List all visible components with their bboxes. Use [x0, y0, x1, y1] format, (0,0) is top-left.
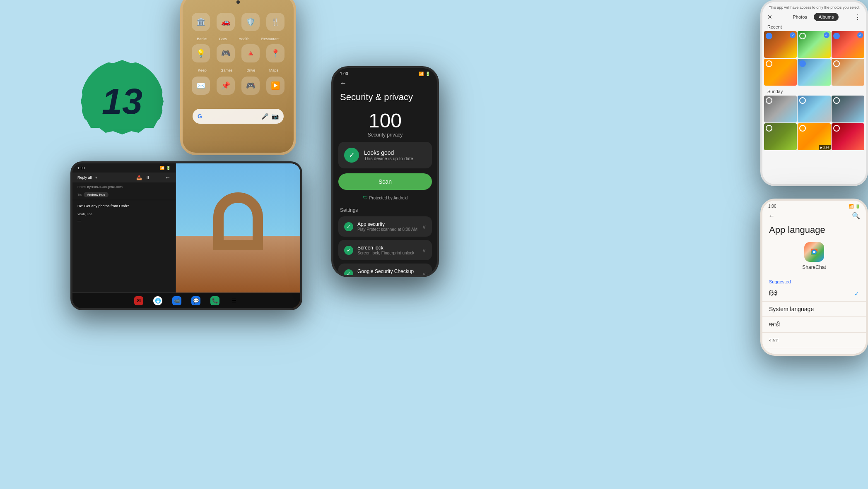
photo-thumb-3[interactable]: ✓ [832, 31, 864, 58]
lang-item-marathi[interactable]: मराठी [762, 317, 866, 333]
screen-lock-item[interactable]: ✓ Screen lock Screen lock, Fingerprint u… [338, 240, 432, 260]
looks-good-info: Looks good This device is up to date [364, 149, 413, 161]
photos-grid-sunday [762, 96, 866, 122]
google-security-item[interactable]: ✓ Google Security Checkup Your account i… [338, 264, 432, 277]
app-icon-pin[interactable]: 📌 [217, 77, 235, 95]
photo-thumb-6[interactable] [832, 59, 864, 86]
app-row-2: 💡 🎮 🔺 📍 [192, 44, 285, 62]
app-label-drive2: Drive [246, 68, 255, 72]
mic-icon[interactable]: 🎤 [261, 113, 268, 120]
sharechat-label: ShareChat [802, 264, 826, 270]
sec-title: Security & privacy [333, 89, 437, 109]
chrome-app-icon[interactable]: 🌐 [153, 296, 162, 305]
lang-item-bangla[interactable]: বাংলা [762, 333, 866, 348]
email-body: Re: Got any photos from Utah? Yeah, I do… [72, 200, 176, 227]
security-score-label: Security privacy [333, 132, 437, 138]
app-icon-food[interactable]: 🍴 [266, 13, 285, 31]
photo-select-11[interactable] [799, 125, 806, 132]
gmail-app-icon[interactable]: ✉ [134, 296, 143, 305]
lens-icon[interactable]: 📷 [272, 113, 279, 120]
pause-icon[interactable]: ⏸ [145, 175, 150, 180]
app-icon-game[interactable]: 🎮 [217, 44, 235, 62]
photo-thumb-11[interactable]: ▶ 2:34 [798, 123, 830, 150]
photo-select-10[interactable] [766, 125, 772, 132]
sec-back-button[interactable]: ← [333, 78, 437, 89]
photo-select-8[interactable] [799, 97, 806, 104]
email-subject: Re: Got any photos from Utah? [77, 204, 171, 209]
app-icon-gmail[interactable]: ✉️ [192, 77, 210, 95]
camera-dot [236, 0, 240, 4]
app-icon-car[interactable]: 🚗 [217, 13, 235, 31]
phone1-frame: 🏛️ 🚗 🛡️ 🍴 Banks Cars Health Restaurant 💡… [180, 0, 296, 155]
photo-thumb-10[interactable] [764, 123, 797, 150]
photos-more-icon[interactable]: ⋮ [854, 13, 861, 21]
photo-select-5[interactable] [799, 60, 806, 67]
suggested-label: Suggested [762, 278, 866, 286]
app-label-games: Games [221, 68, 233, 72]
reply-all-label[interactable]: Reply all [77, 175, 92, 180]
photos-grid-4: ▶ 2:34 [762, 123, 866, 150]
select-check-3: ✓ [857, 32, 863, 38]
photo-thumb-4[interactable] [764, 59, 797, 86]
photo-thumb-12[interactable] [832, 123, 864, 150]
security-screen: 1:00 📶 🔋 ← Security & privacy 100 Securi… [333, 68, 437, 275]
app-icon-maps[interactable]: 📍 [266, 44, 285, 62]
photo-select-2[interactable] [799, 33, 806, 39]
sunday-label: Sunday [762, 87, 866, 96]
back-icon-tablet[interactable]: ← [165, 174, 171, 181]
app-icon-youtube[interactable]: ▶️ [266, 77, 285, 95]
tab-photos[interactable]: Photos [788, 13, 812, 21]
tablet-photo-panel [176, 163, 300, 308]
nav-handle: ☰ [229, 296, 239, 305]
lang-back-icon[interactable]: ← [768, 212, 775, 220]
select-check-1: ✓ [790, 32, 796, 38]
photo-select-12[interactable] [833, 125, 840, 132]
scan-button[interactable]: Scan [338, 173, 432, 190]
app-row-1: 🏛️ 🚗 🛡️ 🍴 [192, 13, 285, 31]
protected-text: 🛡 Protected by Android [333, 193, 437, 206]
lang-item-system[interactable]: System language [762, 302, 866, 317]
photo-thumb-9[interactable] [832, 96, 864, 122]
lang-search-icon[interactable]: 🔍 [852, 212, 860, 220]
email-signature: — [77, 218, 171, 223]
battery-icon: 🔋 [166, 166, 171, 170]
foldable-tablet: 1:00 📶 🔋 Reply all ▾ 📥 ⏸ ← From: try.tri… [70, 161, 302, 310]
photo-thumb-5[interactable] [798, 59, 830, 86]
app-security-item[interactable]: ✓ App security Play Protect scanned at 8… [338, 216, 432, 237]
photo-select-6[interactable] [833, 60, 840, 67]
photo-thumb-7[interactable] [764, 96, 797, 122]
photos-close-icon[interactable]: ✕ [767, 14, 772, 20]
photo-select-9[interactable] [833, 97, 840, 104]
photo-thumb-8[interactable] [798, 96, 830, 122]
lang-item-hindi[interactable]: हिंदी ✓ [762, 286, 866, 302]
photo-thumb-1[interactable]: ✓ [764, 31, 797, 58]
up-to-date-text: This device is up to date [364, 156, 413, 161]
app-icon-bulb[interactable]: 💡 [192, 44, 210, 62]
app-icon-drive[interactable]: 🔺 [241, 44, 260, 62]
android13-number: 13 [102, 83, 142, 120]
app-label-health: Health [239, 37, 249, 41]
app-icon-bank[interactable]: 🏛️ [192, 13, 210, 31]
google-security-icon: ✓ [344, 269, 353, 278]
photo-thumb-2[interactable]: ✓ [798, 31, 830, 58]
lang-toolbar: ← 🔍 [762, 210, 866, 221]
security-score-area: 100 Security privacy [333, 109, 437, 138]
photo-select-1[interactable] [766, 33, 772, 39]
app-icon-emoji[interactable]: 🎮 [241, 77, 260, 95]
photo-select-3[interactable] [833, 33, 840, 39]
app-security-icon: ✓ [344, 222, 353, 231]
meet-app-icon[interactable]: 📹 [172, 296, 181, 305]
chat-app-icon[interactable]: 💬 [191, 296, 200, 305]
app-icon-shield[interactable]: 🛡️ [241, 13, 260, 31]
shield-icon: ✓ [344, 148, 359, 163]
photo-select-4[interactable] [766, 60, 772, 67]
archive-icon[interactable]: 📥 [136, 175, 142, 180]
security-phone: 1:00 📶 🔋 ← Security & privacy 100 Securi… [331, 66, 439, 277]
android13-badge: 13 [81, 60, 164, 143]
screen-lock-icon: ✓ [344, 246, 353, 255]
photo-select-7[interactable] [766, 97, 772, 104]
search-bar[interactable]: G 🎤 📷 [193, 109, 284, 124]
app-label-keep: Keep [198, 68, 207, 72]
phone-app-icon[interactable]: 📞 [210, 296, 219, 305]
tab-albums[interactable]: Albums [814, 13, 839, 21]
